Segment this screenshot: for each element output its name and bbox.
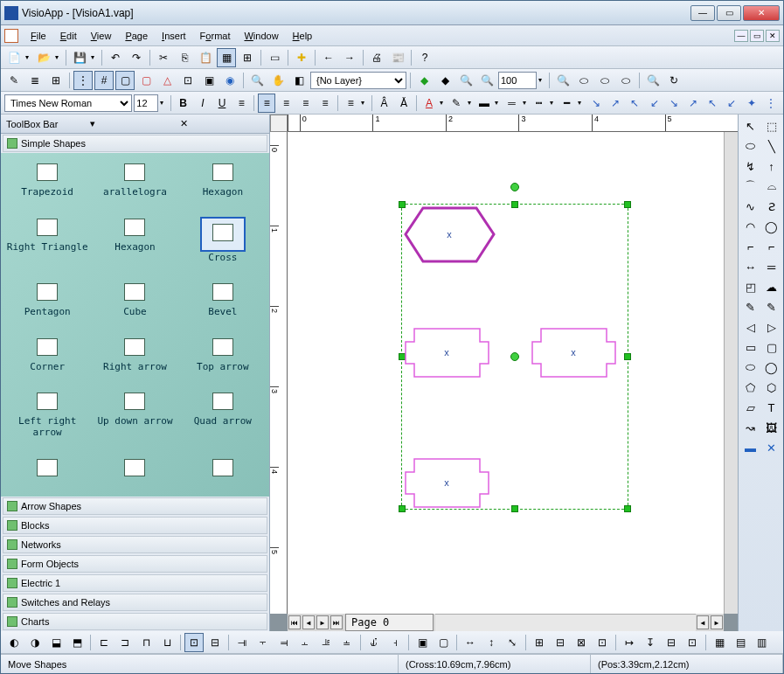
shape-trapezoid[interactable]: Trapezoid — [4, 156, 90, 210]
lasso3-icon[interactable]: ⬭ — [616, 71, 635, 90]
bt4[interactable]: ⬒ — [67, 633, 87, 652]
shape-misc3[interactable] — [180, 452, 266, 494]
hscroll-left[interactable]: ◀ — [697, 615, 709, 629]
snap1-icon[interactable]: ⋮ — [73, 71, 93, 90]
font-color-button[interactable]: A — [420, 94, 438, 113]
underline-button[interactable]: U — [213, 94, 231, 113]
minimize-button[interactable]: — — [690, 5, 715, 21]
bt8[interactable]: ⊔ — [157, 633, 177, 652]
bt7[interactable]: ⊓ — [136, 633, 156, 652]
select-mode-button[interactable]: ▦ — [217, 48, 236, 67]
add-button[interactable]: ✚ — [292, 48, 311, 67]
canvas[interactable]: x x x x — [288, 132, 724, 614]
bt-g3[interactable]: ⊠ — [572, 633, 591, 652]
zoomplus-icon[interactable]: 🔍 — [643, 71, 663, 90]
menu-file[interactable]: File — [24, 29, 53, 43]
category-electric-1[interactable]: Electric 1 — [3, 574, 267, 592]
roundrect-tool[interactable]: ▢ — [761, 337, 781, 357]
bt-ungroup[interactable]: ⊟ — [551, 633, 570, 652]
poly-tool[interactable]: ⬠ — [740, 378, 760, 397]
conn10-icon[interactable]: ⋮ — [762, 94, 780, 113]
menu-help[interactable]: Help — [286, 29, 320, 43]
cut-button[interactable]: ✂ — [154, 48, 173, 67]
bt-front[interactable]: ▣ — [413, 633, 432, 652]
shape-cross-1[interactable]: x — [406, 329, 489, 377]
mdi-close[interactable]: ✕ — [766, 30, 780, 42]
tab-tool[interactable]: ▱ — [740, 398, 760, 417]
menu-view[interactable]: View — [84, 29, 119, 43]
shape-left-right-arrow[interactable]: Left right arrow — [4, 386, 90, 450]
circle-tool[interactable]: ◯ — [761, 358, 781, 377]
snap4-icon[interactable]: ▢ — [136, 71, 156, 90]
rect-tool[interactable]: ▭ — [740, 337, 760, 357]
delete-tool[interactable]: ✕ — [761, 438, 781, 457]
line-tool[interactable]: ╲ — [761, 136, 781, 156]
nav-prev[interactable]: ◀ — [302, 615, 315, 629]
select-tool[interactable]: ⬚ — [761, 116, 781, 135]
layer-combo[interactable]: {No Layer} — [310, 72, 406, 89]
shape-pentagon[interactable]: Pentagon — [4, 276, 90, 330]
preview-button[interactable]: 📰 — [388, 48, 407, 67]
align-button[interactable]: ⊞ — [238, 48, 257, 67]
page-tab-0[interactable]: Page 0 — [345, 614, 434, 631]
category-networks[interactable]: Networks — [3, 536, 267, 553]
shape-cube[interactable]: Cube — [92, 276, 177, 330]
bt-align-c[interactable]: ⫟ — [253, 633, 273, 652]
bt-align-t[interactable]: ⫠ — [295, 633, 315, 652]
bt-layout3[interactable]: ▥ — [752, 633, 771, 652]
align-center-button[interactable]: ≡ — [277, 94, 295, 113]
font-dec-button[interactable]: Ǎ — [395, 94, 413, 113]
snap8-icon[interactable]: ◉ — [220, 71, 239, 90]
fill-button[interactable]: ▬ — [475, 94, 493, 113]
left-button[interactable]: ← — [319, 48, 338, 67]
bt-layout1[interactable]: ▦ — [710, 633, 729, 652]
bt-layout2[interactable]: ▤ — [731, 633, 750, 652]
conn4-icon[interactable]: ↙ — [645, 94, 663, 113]
arrow-tool[interactable]: ↑ — [761, 156, 781, 176]
menu-page[interactable]: Page — [118, 29, 155, 43]
bt10[interactable]: ⊟ — [205, 633, 225, 652]
bt3[interactable]: ⬓ — [46, 633, 66, 652]
snap3-icon[interactable]: ▢ — [115, 71, 135, 90]
redo-button[interactable]: ↷ — [127, 48, 146, 67]
font-inc-button[interactable]: Â — [375, 94, 392, 113]
corner-tool[interactable]: ⌐ — [740, 237, 760, 256]
highlight-button[interactable]: ✎ — [448, 94, 465, 113]
align-justify-button[interactable]: ≡ — [316, 94, 334, 113]
shape-hexagon-2[interactable]: Hexagon — [92, 212, 177, 275]
spline-tool[interactable]: Ƨ — [761, 197, 781, 216]
nav-first[interactable]: ⏮ — [288, 615, 301, 629]
flip-v-tool[interactable]: ▷ — [761, 317, 781, 337]
bt1[interactable]: ◐ — [4, 633, 24, 652]
arc3-tool[interactable]: ◠ — [740, 217, 760, 236]
snap5-icon[interactable]: △ — [157, 71, 177, 90]
layerlock-icon[interactable]: ◆ — [435, 71, 454, 90]
open-button[interactable]: 📂 — [34, 48, 53, 67]
bt-grid-v[interactable]: ⊡ — [683, 633, 702, 652]
arc2-tool[interactable]: ⌓ — [761, 177, 781, 196]
region-tool[interactable]: ⬡ — [761, 378, 781, 397]
category-charts[interactable]: Charts — [3, 613, 267, 630]
mdi-restore[interactable]: ▭ — [750, 30, 764, 42]
shape-bevel[interactable]: Bevel — [180, 276, 266, 330]
snap7-icon[interactable]: ▣ — [199, 71, 219, 90]
shape-cross[interactable]: Cross — [180, 212, 266, 275]
bt-dist-v[interactable]: ⫞ — [385, 633, 405, 652]
print-button[interactable]: 🖨 — [367, 48, 386, 67]
maximize-button[interactable]: ▭ — [717, 5, 741, 21]
bold-button[interactable]: B — [174, 94, 191, 113]
bt-dist-h[interactable]: ⫝̸ — [364, 633, 384, 652]
category-blocks[interactable]: Blocks — [3, 517, 267, 534]
menu-edit[interactable]: Edit — [53, 29, 84, 43]
copy-button[interactable]: ⎘ — [175, 48, 194, 67]
bounds-button[interactable]: ▭ — [265, 48, 284, 67]
conn8-icon[interactable]: ↙ — [723, 94, 740, 113]
bt-space-v[interactable]: ↧ — [641, 633, 660, 652]
lasso1-icon[interactable]: ⬭ — [574, 71, 593, 90]
bt-align-m[interactable]: ⫡ — [316, 633, 336, 652]
conn3-icon[interactable]: ↖ — [626, 94, 643, 113]
bt-align-b[interactable]: ⫨ — [337, 633, 357, 652]
hscroll-right[interactable]: ▶ — [711, 615, 723, 629]
arc1-tool[interactable]: ⌒ — [740, 177, 760, 196]
zoomfit-icon[interactable]: 🔍 — [247, 71, 267, 90]
